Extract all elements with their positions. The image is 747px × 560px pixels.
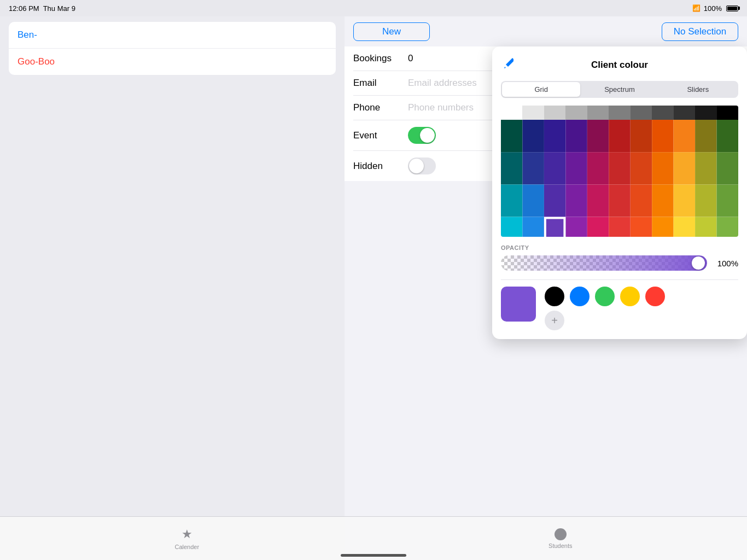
tab-sliders[interactable]: Sliders	[659, 82, 737, 97]
svg-rect-25	[565, 184, 587, 217]
list-item[interactable]: Goo-Boo	[9, 49, 336, 75]
right-header: New No Selection	[345, 16, 747, 46]
status-bar: 12:06 PM Thu Mar 9 📶 100%	[0, 0, 747, 16]
tab-grid[interactable]: Grid	[502, 82, 580, 97]
swatch-green[interactable]	[595, 287, 615, 306]
svg-rect-12	[522, 152, 544, 184]
event-toggle[interactable]	[408, 127, 436, 144]
eyedropper-button[interactable]	[501, 55, 517, 74]
color-grid[interactable]	[501, 106, 738, 237]
svg-rect-23	[522, 184, 544, 217]
tab-calender-label: Calender	[174, 544, 199, 550]
svg-rect-41	[674, 217, 695, 237]
svg-rect-32	[717, 184, 738, 217]
svg-rect-24	[544, 184, 565, 217]
svg-rect-27	[609, 184, 630, 217]
wifi-icon: 📶	[692, 4, 701, 12]
svg-rect-28	[631, 184, 652, 217]
svg-rect-38	[609, 217, 630, 237]
svg-rect-10	[717, 120, 738, 152]
svg-rect-30	[674, 184, 695, 217]
svg-rect-7	[652, 120, 673, 152]
tab-students[interactable]: Students	[548, 528, 572, 549]
picker-divider	[501, 279, 738, 280]
svg-rect-19	[674, 152, 695, 184]
swatch-blue[interactable]	[570, 287, 590, 306]
svg-rect-20	[695, 152, 716, 184]
right-panel: New No Selection Bookings Email Phone Ev…	[345, 16, 747, 560]
svg-rect-16	[609, 152, 630, 184]
opacity-slider[interactable]	[501, 255, 707, 271]
svg-rect-40	[652, 217, 673, 237]
svg-rect-31	[695, 184, 716, 217]
event-label: Event	[353, 130, 408, 141]
svg-rect-22	[501, 184, 522, 217]
svg-rect-0	[501, 120, 522, 152]
svg-rect-8	[674, 120, 695, 152]
svg-rect-11	[501, 152, 522, 184]
svg-rect-36	[565, 217, 587, 237]
color-picker-header: Client colour	[501, 55, 738, 74]
svg-rect-29	[652, 184, 673, 217]
color-tabs: Grid Spectrum Sliders	[501, 81, 738, 98]
swatch-yellow[interactable]	[620, 287, 640, 306]
tab-bar: ★ Calender Students	[0, 516, 747, 560]
svg-rect-26	[587, 184, 609, 217]
svg-rect-13	[544, 152, 565, 184]
svg-rect-15	[587, 152, 609, 184]
swatch-red[interactable]	[645, 287, 665, 306]
svg-rect-37	[587, 217, 609, 237]
svg-rect-17	[631, 152, 652, 184]
opacity-row: 100%	[501, 255, 738, 271]
hidden-toggle[interactable]	[408, 158, 436, 174]
svg-rect-9	[695, 120, 716, 152]
client-name: Goo-Boo	[17, 56, 55, 67]
circle-icon	[555, 528, 567, 540]
svg-rect-33	[501, 217, 522, 237]
svg-rect-6	[631, 120, 652, 152]
hidden-label: Hidden	[353, 161, 408, 172]
color-grid-container	[501, 106, 738, 237]
new-button[interactable]: New	[353, 22, 430, 41]
client-list: Ben- Goo-Boo	[0, 22, 345, 75]
svg-rect-42	[695, 217, 716, 237]
preset-swatches: +	[545, 287, 665, 330]
svg-rect-1	[522, 120, 544, 152]
tab-spectrum[interactable]: Spectrum	[580, 82, 658, 97]
opacity-label: OPACITY	[501, 244, 738, 251]
svg-rect-39	[631, 217, 652, 237]
battery-icon	[726, 5, 738, 11]
svg-rect-14	[565, 152, 587, 184]
home-indicator	[341, 554, 406, 557]
star-icon: ★	[182, 527, 192, 541]
opacity-thumb[interactable]	[692, 256, 705, 270]
tab-students-label: Students	[548, 542, 572, 549]
svg-rect-43	[717, 217, 738, 237]
add-color-button[interactable]: +	[545, 311, 564, 330]
opacity-gradient	[501, 255, 707, 271]
email-label: Email	[353, 78, 408, 89]
opacity-value: 100%	[714, 259, 738, 268]
battery-percent: 100%	[704, 4, 722, 13]
preset-row-2: +	[545, 311, 665, 330]
gray-row	[501, 106, 738, 120]
swatch-black[interactable]	[545, 287, 564, 306]
svg-rect-3	[565, 120, 587, 152]
preset-colors: +	[501, 287, 738, 330]
opacity-section: OPACITY 100%	[501, 244, 738, 271]
no-selection-button[interactable]: No Selection	[662, 22, 738, 41]
list-item[interactable]: Ben-	[9, 22, 336, 48]
left-panel: Ben- Goo-Boo	[0, 16, 345, 560]
svg-rect-21	[717, 152, 738, 184]
status-time: 12:06 PM Thu Mar 9	[9, 4, 75, 13]
status-right: 📶 100%	[692, 4, 738, 13]
color-picker-popup: Client colour Grid Spectrum Sliders	[492, 46, 747, 339]
tab-calender[interactable]: ★ Calender	[174, 527, 199, 550]
svg-rect-77	[544, 217, 565, 237]
selected-color-swatch	[501, 287, 536, 322]
preset-row-1	[545, 287, 665, 306]
phone-label: Phone	[353, 102, 408, 113]
svg-rect-34	[522, 217, 544, 237]
bookings-label: Bookings	[353, 53, 408, 64]
svg-rect-5	[609, 120, 630, 152]
